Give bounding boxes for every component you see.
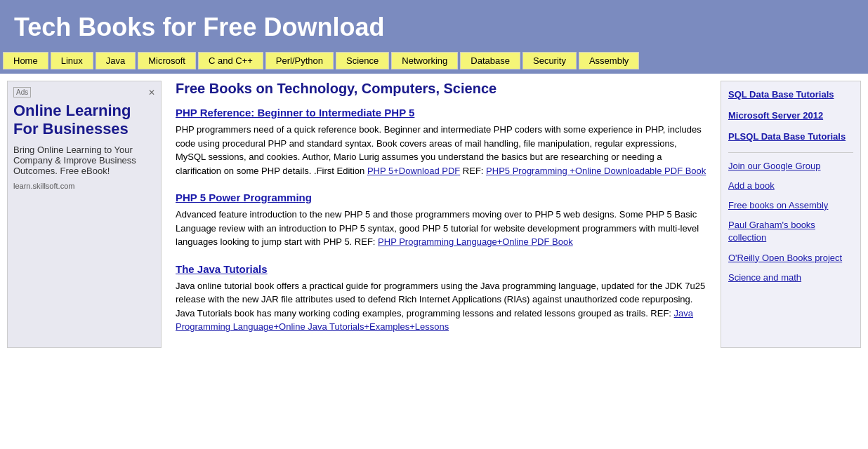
book-link[interactable]: Java Programming Language+Online Java Tu…	[176, 308, 693, 333]
nav-item: C and C++	[198, 52, 263, 69]
nav-item: Home	[3, 52, 48, 69]
bold-links: SQL Data Base TutorialsMicrosoft Server …	[728, 88, 853, 144]
nav-item: Security	[522, 52, 577, 69]
book-link[interactable]: PHP5 Programming +Online Downloadable PD…	[486, 166, 706, 176]
ad-badge: Ads	[13, 87, 31, 98]
book-entry: PHP Reference: Beginner to Intermediate …	[176, 107, 706, 177]
nav-link[interactable]: Microsoft	[138, 52, 196, 69]
book-link[interactable]: PHP Programming Language+Online PDF Book	[378, 236, 573, 247]
sidebar-normal-link[interactable]: Add a book	[728, 180, 853, 192]
nav-item: Database	[460, 52, 520, 69]
ad-headline: Online Learning For Businesses	[13, 102, 155, 139]
main-content: Free Books on Technology, Computers, Sci…	[169, 81, 714, 348]
nav-link[interactable]: Perl/Python	[265, 52, 334, 69]
books-list: PHP Reference: Beginner to Intermediate …	[176, 107, 706, 334]
right-sidebar: SQL Data Base TutorialsMicrosoft Server …	[721, 81, 861, 348]
book-entry: PHP 5 Power ProgrammingAdvanced feature …	[176, 192, 706, 249]
nav-item: Linux	[51, 52, 93, 69]
sidebar-normal-link[interactable]: Join our Google Group	[728, 160, 853, 173]
sidebar-bold-link[interactable]: SQL Data Base Tutorials	[728, 88, 853, 101]
book-title-link[interactable]: PHP 5 Power Programming	[176, 192, 312, 203]
sidebar-divider	[728, 152, 853, 153]
ad-footer: learn.skillsoft.com	[13, 182, 155, 190]
nav-link[interactable]: Networking	[391, 52, 458, 69]
ad-subtext: Bring Online Learning to Your Company & …	[13, 145, 155, 176]
normal-links: Join our Google GroupAdd a bookFree book…	[728, 160, 853, 284]
book-description: Advanced feature introduction to the new…	[176, 208, 706, 249]
nav-item: Microsoft	[138, 52, 196, 69]
sidebar-bold-link[interactable]: Microsoft Server 2012	[728, 109, 853, 122]
ad-header: Ads ✕	[13, 87, 155, 98]
nav-link[interactable]: C and C++	[198, 52, 263, 69]
book-title-link[interactable]: The Java Tutorials	[176, 263, 268, 275]
main-heading: Free Books on Technology, Computers, Sci…	[176, 81, 706, 97]
nav-link[interactable]: Java	[96, 52, 136, 69]
sidebar-normal-link[interactable]: O'Reilly Open Books project	[728, 252, 853, 264]
left-sidebar: Ads ✕ Online Learning For Businesses Bri…	[7, 81, 162, 348]
nav-item: Assembly	[579, 52, 639, 69]
nav-item: Java	[96, 52, 136, 69]
sidebar-normal-link[interactable]: Paul Graham's books collection	[728, 219, 853, 244]
nav-link[interactable]: Database	[460, 52, 520, 69]
book-title-link[interactable]: PHP Reference: Beginner to Intermediate …	[176, 107, 414, 119]
nav-link[interactable]: Linux	[51, 52, 93, 69]
book-link[interactable]: PHP 5+Download PDF	[367, 166, 460, 176]
nav-link[interactable]: Assembly	[579, 52, 639, 69]
nav-item: Science	[336, 52, 389, 69]
book-description: PHP programmers need of a quick referenc…	[176, 123, 706, 177]
sidebar-bold-link[interactable]: PLSQL Data Base Tutorials	[728, 130, 853, 143]
sidebar-normal-link[interactable]: Free books on Assembly	[728, 199, 853, 212]
nav-link[interactable]: Home	[3, 52, 48, 69]
book-entry: The Java TutorialsJava online tutorial b…	[176, 263, 706, 334]
nav-item: Perl/Python	[265, 52, 334, 69]
ad-close-icon[interactable]: ✕	[148, 88, 155, 98]
nav-link[interactable]: Security	[522, 52, 577, 69]
book-description: Java online tutorial book offers a pract…	[176, 279, 706, 334]
sidebar-normal-link[interactable]: Science and math	[728, 272, 853, 284]
page-title: Tech Books for Free Download	[14, 13, 854, 42]
nav-item: Networking	[391, 52, 458, 69]
nav-bar: HomeLinuxJavaMicrosoftC and C++Perl/Pyth…	[0, 52, 868, 69]
nav-link[interactable]: Science	[336, 52, 389, 69]
